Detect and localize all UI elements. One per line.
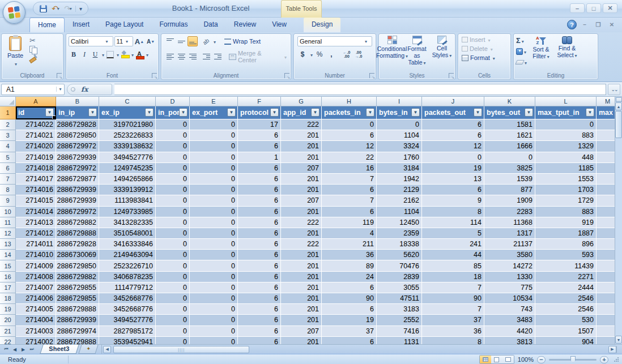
cell-C20[interactable]: 3494527776 (99, 315, 156, 326)
cell-I6[interactable]: 3184 (377, 163, 422, 174)
format-cells-button[interactable]: Format (458, 53, 510, 62)
cell-D16[interactable]: 0 (156, 272, 190, 282)
wrap-text-button[interactable]: Wrap Text (223, 37, 262, 45)
cell-C18[interactable]: 3452668776 (99, 293, 156, 304)
comma-style-button[interactable]: , (326, 49, 336, 59)
font-color-button[interactable]: A (134, 49, 144, 59)
cell-H7[interactable]: 7 (322, 174, 377, 185)
zoom-in-button[interactable]: + (600, 356, 608, 363)
cell-M5[interactable] (597, 152, 615, 163)
horizontal-scrollbar[interactable]: ◀ ▶ (101, 345, 622, 354)
row-header-21[interactable]: 21 (0, 326, 16, 337)
cell-M8[interactable] (597, 185, 615, 195)
cell-L17[interactable]: 2444 (535, 282, 597, 293)
filter-dropdown-icon[interactable]: ▼ (586, 108, 594, 117)
cell-A16[interactable]: 2714008 (16, 272, 56, 282)
cell-C15[interactable]: 2523226710 (99, 260, 156, 271)
cell-K11[interactable]: 11368 (484, 217, 535, 228)
bottom-align-button[interactable] (188, 36, 198, 46)
cell-H15[interactable]: 89 (322, 260, 377, 271)
row-header-10[interactable]: 10 (0, 207, 16, 217)
cell-I19[interactable]: 3183 (377, 304, 422, 315)
cell-L15[interactable]: 11439 (535, 260, 597, 271)
sheet-tab-active[interactable]: Sheet3 (40, 345, 79, 354)
middle-align-button[interactable] (176, 36, 186, 46)
paste-dropdown-icon[interactable] (14, 60, 17, 67)
increase-indent-button[interactable] (212, 52, 223, 62)
cell-E10[interactable]: 0 (190, 207, 238, 217)
cell-L5[interactable]: 448 (535, 152, 597, 163)
cell-E6[interactable]: 0 (190, 163, 238, 174)
cell-J18[interactable]: 90 (422, 293, 484, 304)
paste-button[interactable]: Paste (2, 34, 29, 71)
ribbon-tab-design[interactable]: Design (304, 18, 340, 32)
cell-A18[interactable]: 2714006 (16, 293, 56, 304)
help-button[interactable]: ? (567, 20, 577, 29)
cell-D2[interactable]: 0 (156, 119, 190, 130)
next-sheet-button[interactable]: ▶ (19, 346, 27, 353)
sort-filter-dropdown-icon[interactable] (546, 53, 549, 59)
bold-button[interactable]: B (69, 49, 79, 59)
cell-J17[interactable]: 7 (422, 282, 484, 293)
cell-H3[interactable]: 6 (322, 130, 377, 141)
cell-K7[interactable]: 1539 (484, 174, 535, 185)
cell-M6[interactable] (597, 163, 615, 174)
cell-F19[interactable]: 6 (238, 304, 281, 315)
autosum-button[interactable]: Σ (516, 36, 527, 45)
cell-L6[interactable]: 1185 (535, 163, 597, 174)
cell-A3[interactable]: 2714021 (16, 130, 56, 141)
cell-K3[interactable]: 1621 (484, 130, 535, 141)
cell-B9[interactable]: 2886729939 (56, 195, 99, 206)
cell-G10[interactable]: 201 (281, 207, 322, 217)
cell-D8[interactable]: 0 (156, 185, 190, 195)
cell-A19[interactable]: 2714005 (16, 304, 56, 315)
horizontal-scroll-thumb[interactable] (113, 346, 249, 353)
cell-I9[interactable]: 2162 (377, 195, 422, 206)
cell-I2[interactable]: 0 (377, 119, 422, 130)
font-name-combo[interactable]: Calibri▾ (69, 36, 113, 46)
ribbon-tab-view[interactable]: View (264, 18, 295, 32)
delete-cells-button[interactable]: Delete (458, 44, 510, 53)
cell-L18[interactable]: 2546 (535, 293, 597, 304)
cell-F5[interactable]: 1 (238, 152, 281, 163)
cell-C7[interactable]: 1494265866 (99, 174, 156, 185)
format-as-table-button[interactable]: Format as Table (404, 34, 429, 71)
cell-C16[interactable]: 3406878235 (99, 272, 156, 282)
cell-E7[interactable]: 0 (190, 174, 238, 185)
cell-M14[interactable] (597, 250, 615, 260)
window-close-button[interactable]: ✕ (603, 3, 617, 13)
clear-button[interactable] (516, 57, 527, 67)
zoom-out-button[interactable]: − (537, 356, 546, 363)
cell-A15[interactable]: 2714009 (16, 260, 56, 271)
cell-B3[interactable]: 2886729850 (56, 130, 99, 141)
tab-split-handle[interactable] (616, 346, 622, 353)
cell-J9[interactable]: 9 (422, 195, 484, 206)
first-sheet-button[interactable]: ⏮ (2, 346, 10, 353)
cell-A21[interactable]: 2714003 (16, 326, 56, 337)
cell-C10[interactable]: 1249733985 (99, 207, 156, 217)
cell-A13[interactable]: 2714011 (16, 239, 56, 250)
cell-G16[interactable]: 201 (281, 272, 322, 282)
sort-filter-button[interactable]: AZ Sort & Filter (528, 35, 554, 71)
cell-H9[interactable]: 7 (322, 195, 377, 206)
filter-dropdown-icon[interactable]: ▼ (88, 108, 97, 117)
cell-M10[interactable] (597, 207, 615, 217)
cell-F3[interactable]: 6 (238, 130, 281, 141)
row-header-8[interactable]: 8 (0, 185, 16, 195)
cell-E4[interactable]: 0 (190, 141, 238, 152)
cell-K20[interactable]: 3483 (484, 315, 535, 326)
shrink-font-button[interactable]: A▼ (146, 36, 156, 46)
cell-F17[interactable]: 6 (238, 282, 281, 293)
redo-button[interactable]: ↷▾ (63, 3, 73, 14)
scroll-up-button[interactable]: ▲ (615, 102, 622, 110)
row-header-18[interactable]: 18 (0, 293, 16, 304)
copy-button[interactable] (29, 46, 36, 53)
cell-E13[interactable]: 0 (190, 239, 238, 250)
cell-L12[interactable]: 1887 (535, 228, 597, 239)
cell-G22[interactable]: 201 (281, 337, 322, 344)
cell-E17[interactable]: 0 (190, 282, 238, 293)
cell-F7[interactable]: 6 (238, 174, 281, 185)
cell-G19[interactable]: 201 (281, 304, 322, 315)
cell-G18[interactable]: 201 (281, 293, 322, 304)
row-header-5[interactable]: 5 (0, 152, 16, 163)
